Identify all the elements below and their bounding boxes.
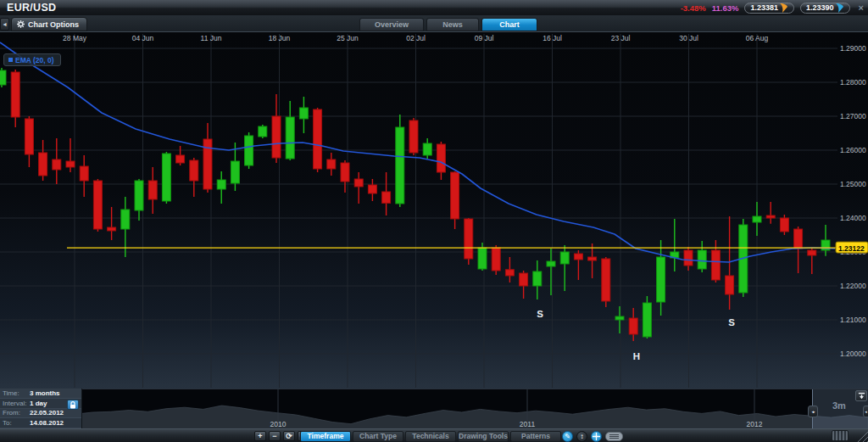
date-axis-label: 23 Jul bbox=[611, 34, 631, 42]
candle bbox=[698, 241, 706, 272]
candle bbox=[11, 70, 19, 127]
candle bbox=[533, 260, 542, 299]
candle bbox=[574, 250, 582, 280]
crosshair-button[interactable] bbox=[591, 431, 602, 442]
candle-body bbox=[533, 271, 542, 286]
candle-body bbox=[766, 215, 775, 218]
candle bbox=[794, 227, 803, 273]
watermark-badge bbox=[605, 432, 623, 441]
candle-body bbox=[314, 109, 322, 169]
candle bbox=[299, 97, 308, 133]
candle bbox=[560, 245, 569, 291]
candle bbox=[753, 202, 761, 236]
candle-body bbox=[217, 180, 225, 189]
pattern-letter: S bbox=[728, 317, 735, 327]
ema-legend-bullet-icon bbox=[8, 58, 13, 62]
price-axis-label: 1.24000 bbox=[840, 214, 866, 222]
navigator-scroll-thumb[interactable] bbox=[832, 430, 849, 441]
timeline-navigator[interactable]: 201020112012 3m ◂▸ ◂ bbox=[0, 389, 868, 428]
pattern-letter: H bbox=[633, 351, 640, 361]
candle-body bbox=[259, 126, 267, 137]
candle-body bbox=[327, 159, 336, 169]
price-axis-label: 1.25000 bbox=[840, 180, 866, 188]
tab-timeframe[interactable]: Timeframe bbox=[300, 431, 351, 442]
candle bbox=[382, 172, 391, 215]
candle bbox=[396, 115, 404, 207]
candle bbox=[354, 172, 363, 204]
candle bbox=[766, 202, 775, 224]
candle-body bbox=[286, 117, 294, 159]
tab-drawing-tools[interactable]: Drawing Tools bbox=[458, 431, 509, 442]
candle-body bbox=[11, 72, 19, 117]
bottom-toolbar: + − ⟳ ∅ Timeframe Chart Type Technicals … bbox=[0, 428, 868, 442]
candle-body bbox=[602, 259, 610, 301]
candle bbox=[726, 216, 734, 310]
candle-body bbox=[162, 154, 170, 201]
navigator-sparkline: 201020112012 bbox=[0, 389, 868, 429]
resize-grip[interactable] bbox=[855, 431, 868, 442]
date-axis-label: 30 Jul bbox=[679, 34, 698, 42]
time-value: 3 months bbox=[30, 389, 60, 397]
candle bbox=[148, 167, 157, 214]
candle-body bbox=[245, 136, 253, 165]
candle bbox=[135, 179, 143, 221]
navigator-selection-window[interactable]: 3m ◂▸ ◂ bbox=[812, 389, 868, 429]
candle-body bbox=[121, 210, 130, 229]
to-value: 14.08.2012 bbox=[30, 419, 64, 427]
candle-body bbox=[711, 250, 720, 280]
candle-body bbox=[478, 248, 487, 269]
candle-body bbox=[615, 316, 624, 320]
candle-body bbox=[66, 161, 75, 167]
tab-patterns[interactable]: Patterns bbox=[510, 431, 561, 442]
candle-body bbox=[520, 273, 528, 286]
lock-icon bbox=[70, 401, 76, 409]
candle bbox=[66, 138, 75, 172]
price-axis-label: 1.29000 bbox=[840, 44, 866, 53]
candle bbox=[780, 215, 788, 235]
candle-body bbox=[382, 192, 391, 203]
refresh-button[interactable]: ⟳ bbox=[283, 431, 295, 441]
candle-body bbox=[753, 216, 761, 222]
price-axis-label: 1.22000 bbox=[840, 282, 866, 290]
candle-body bbox=[588, 257, 597, 260]
interval-label: Interval: bbox=[0, 400, 30, 407]
chart-canvas[interactable]: 1.290001.280001.270001.260001.250001.240… bbox=[0, 0, 868, 442]
selection-right-handle[interactable]: ◂ bbox=[863, 406, 868, 417]
info-row-time: Time: 3 months bbox=[0, 389, 81, 399]
candle-body bbox=[684, 250, 693, 266]
date-axis-label: 25 Jun bbox=[337, 34, 359, 42]
candle bbox=[217, 171, 225, 204]
candle bbox=[821, 225, 830, 256]
candle bbox=[25, 116, 33, 167]
tab-chart-type[interactable]: Chart Type bbox=[353, 431, 403, 442]
current-price-tag-label: 1.23122 bbox=[838, 244, 865, 253]
zoom-in-button[interactable]: + bbox=[254, 431, 266, 441]
price-axis-label: 1.21000 bbox=[840, 316, 866, 324]
candle bbox=[657, 240, 665, 316]
date-axis-label: 11 Jun bbox=[201, 34, 222, 42]
date-axis-label: 18 Jun bbox=[269, 34, 291, 42]
candle bbox=[465, 218, 473, 265]
selection-left-handle[interactable]: ◂▸ bbox=[808, 406, 818, 417]
scale-updown-button[interactable]: ↕ bbox=[576, 431, 587, 442]
navigator-year-label: 2010 bbox=[270, 420, 287, 428]
candle-body bbox=[657, 257, 665, 302]
draw-pencil-button[interactable]: ✎ bbox=[562, 431, 573, 442]
candle bbox=[492, 245, 500, 275]
lock-interval-button[interactable] bbox=[67, 400, 79, 410]
zoom-out-button[interactable]: − bbox=[269, 431, 281, 441]
navigator-year-label: 2011 bbox=[520, 420, 536, 428]
candle-body bbox=[780, 218, 788, 232]
price-axis-label: 1.20000 bbox=[840, 350, 866, 358]
tab-technicals[interactable]: Technicals bbox=[405, 431, 456, 442]
ema-legend[interactable]: EMA (20, 0) bbox=[3, 53, 61, 66]
candle bbox=[437, 142, 445, 180]
snapshot-button[interactable] bbox=[855, 390, 867, 401]
pencil-icon: ✎ bbox=[565, 433, 570, 440]
candle-body bbox=[437, 144, 445, 172]
time-label: Time: bbox=[0, 389, 30, 397]
candle-body bbox=[808, 250, 816, 255]
candle bbox=[505, 257, 514, 283]
from-value: 22.05.2012 bbox=[30, 409, 64, 417]
candle bbox=[327, 153, 336, 176]
